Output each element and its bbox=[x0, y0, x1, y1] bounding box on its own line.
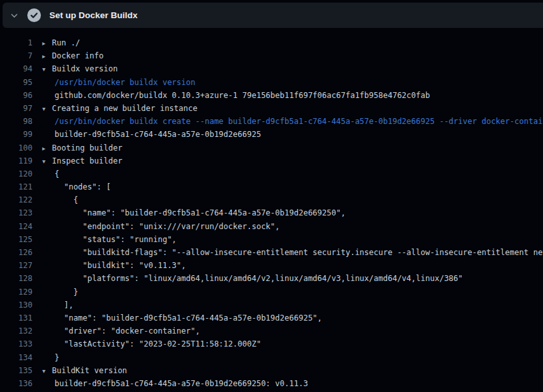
line-number[interactable]: 1 bbox=[0, 36, 32, 49]
line-number[interactable]: 126 bbox=[0, 246, 32, 259]
output-text: github.com/docker/buildx 0.10.3+azure-1 … bbox=[32, 89, 543, 102]
output-text: { bbox=[32, 167, 543, 180]
group-title: Docker info bbox=[52, 51, 103, 60]
log-line-row: 121 "nodes": [ bbox=[0, 180, 543, 193]
log-line-row: 129 } bbox=[0, 286, 543, 299]
triangle-down-icon: ▾ bbox=[42, 365, 52, 377]
output-text: "name": "builder-d9cfb5a1-c764-445a-a57e… bbox=[32, 312, 543, 325]
output-text: ], bbox=[32, 299, 543, 312]
group-title: BuildKit version bbox=[52, 366, 127, 375]
log-line-row: 95/usr/bin/docker buildx version bbox=[0, 76, 543, 89]
command-text: /usr/bin/docker buildx create --name bui… bbox=[32, 115, 543, 128]
log-group-row[interactable]: 135▾BuildKit version bbox=[0, 364, 543, 377]
output-text: "status": "running", bbox=[32, 233, 543, 246]
line-number[interactable]: 122 bbox=[0, 193, 32, 206]
line-number[interactable]: 128 bbox=[0, 272, 32, 285]
triangle-down-icon: ▾ bbox=[42, 155, 52, 167]
log-group-row[interactable]: 100▸Booting builder bbox=[0, 141, 543, 154]
log-line-row: 128 "platforms": "linux/amd64,linux/amd6… bbox=[0, 272, 543, 285]
log-line-row: 120{ bbox=[0, 167, 543, 180]
output-text: "driver": "docker-container", bbox=[32, 325, 543, 337]
log-line-row: 134} bbox=[0, 351, 543, 364]
triangle-down-icon: ▾ bbox=[42, 103, 52, 115]
line-number[interactable]: 100 bbox=[0, 141, 32, 154]
group-title: Inspect builder bbox=[52, 156, 122, 165]
triangle-right-icon: ▸ bbox=[42, 37, 52, 49]
log-group-row[interactable]: 1▸Run ./ bbox=[0, 36, 543, 49]
output-text: builder-d9cfb5a1-c764-445a-a57e-0b19d2e6… bbox=[32, 128, 543, 141]
triangle-right-icon: ▸ bbox=[42, 142, 52, 154]
log-line-row: 131 "name": "builder-d9cfb5a1-c764-445a-… bbox=[0, 312, 543, 325]
log-group-row[interactable]: 94▾Buildx version bbox=[0, 62, 543, 75]
check-circle-icon bbox=[27, 8, 41, 22]
log-line-row: 98/usr/bin/docker buildx create --name b… bbox=[0, 115, 543, 128]
command-text: /usr/bin/docker buildx version bbox=[32, 76, 543, 89]
output-text: "buildkitd-flags": "--allow-insecure-ent… bbox=[32, 246, 543, 259]
line-number[interactable]: 136 bbox=[0, 377, 32, 390]
output-text: { bbox=[32, 193, 543, 206]
log-line-row: 126 "buildkitd-flags": "--allow-insecure… bbox=[0, 246, 543, 259]
line-number[interactable]: 135 bbox=[0, 364, 32, 377]
log-line-row: 123 "name": "builder-d9cfb5a1-c764-445a-… bbox=[0, 206, 543, 219]
line-number[interactable]: 130 bbox=[0, 299, 32, 312]
log-line-row: 124 "endpoint": "unix:///var/run/docker.… bbox=[0, 220, 543, 233]
chevron-down-icon bbox=[10, 11, 19, 20]
output-text: "name": "builder-d9cfb5a1-c764-445a-a57e… bbox=[32, 206, 543, 219]
line-number[interactable]: 96 bbox=[0, 89, 32, 102]
log-line-row: 99builder-d9cfb5a1-c764-445a-a57e-0b19d2… bbox=[0, 128, 543, 141]
triangle-down-icon: ▾ bbox=[42, 63, 52, 75]
log-line-row: 96github.com/docker/buildx 0.10.3+azure-… bbox=[0, 89, 543, 102]
line-number[interactable]: 124 bbox=[0, 220, 32, 233]
line-number[interactable]: 125 bbox=[0, 233, 32, 246]
output-text: builder-d9cfb5a1-c764-445a-a57e-0b19d2e6… bbox=[32, 377, 543, 390]
line-number[interactable]: 120 bbox=[0, 167, 32, 180]
log-container: 1▸Run ./7▸Docker info94▾Buildx version95… bbox=[0, 28, 543, 390]
line-number[interactable]: 132 bbox=[0, 325, 32, 337]
log-line-row: 125 "status": "running", bbox=[0, 233, 543, 246]
log-line-row: 132 "driver": "docker-container", bbox=[0, 325, 543, 337]
output-text: "lastActivity": "2023-02-25T11:58:12.000… bbox=[32, 337, 543, 350]
log-group-row[interactable]: 7▸Docker info bbox=[0, 49, 543, 62]
line-number[interactable]: 99 bbox=[0, 128, 32, 141]
group-title: Run ./ bbox=[52, 38, 80, 47]
output-text: "buildkit": "v0.11.3", bbox=[32, 259, 543, 272]
log-group-row[interactable]: 119▾Inspect builder bbox=[0, 154, 543, 167]
group-title: Creating a new builder instance bbox=[52, 104, 197, 113]
log-line-row: 136builder-d9cfb5a1-c764-445a-a57e-0b19d… bbox=[0, 377, 543, 390]
line-number[interactable]: 129 bbox=[0, 286, 32, 299]
line-number[interactable]: 123 bbox=[0, 206, 32, 219]
group-title: Booting builder bbox=[52, 143, 122, 153]
line-number[interactable]: 97 bbox=[0, 102, 32, 115]
line-number[interactable]: 127 bbox=[0, 259, 32, 272]
output-text: } bbox=[32, 286, 543, 299]
group-title: Buildx version bbox=[52, 64, 118, 73]
triangle-right-icon: ▸ bbox=[42, 50, 52, 62]
step-title: Set up Docker Buildx bbox=[49, 10, 138, 20]
step-header-row[interactable]: Set up Docker Buildx bbox=[3, 3, 543, 28]
line-number[interactable]: 131 bbox=[0, 312, 32, 325]
output-text: "platforms": "linux/amd64,linux/amd64/v2… bbox=[32, 272, 543, 285]
line-number[interactable]: 134 bbox=[0, 351, 32, 364]
line-number[interactable]: 133 bbox=[0, 337, 32, 350]
log-line-row: 133 "lastActivity": "2023-02-25T11:58:12… bbox=[0, 337, 543, 350]
line-number[interactable]: 94 bbox=[0, 62, 32, 75]
line-number[interactable]: 95 bbox=[0, 76, 32, 89]
line-number[interactable]: 7 bbox=[0, 49, 32, 62]
line-number[interactable]: 119 bbox=[0, 154, 32, 167]
log-line-row: 127 "buildkit": "v0.11.3", bbox=[0, 259, 543, 272]
log-line-row: 130 ], bbox=[0, 299, 543, 312]
line-number[interactable]: 121 bbox=[0, 180, 32, 193]
log-group-row[interactable]: 97▾Creating a new builder instance bbox=[0, 102, 543, 115]
output-text: "endpoint": "unix:///var/run/docker.sock… bbox=[32, 220, 543, 233]
log-line-row: 122 { bbox=[0, 193, 543, 206]
output-text: "nodes": [ bbox=[32, 180, 543, 193]
output-text: } bbox=[32, 351, 543, 364]
line-number[interactable]: 98 bbox=[0, 115, 32, 128]
